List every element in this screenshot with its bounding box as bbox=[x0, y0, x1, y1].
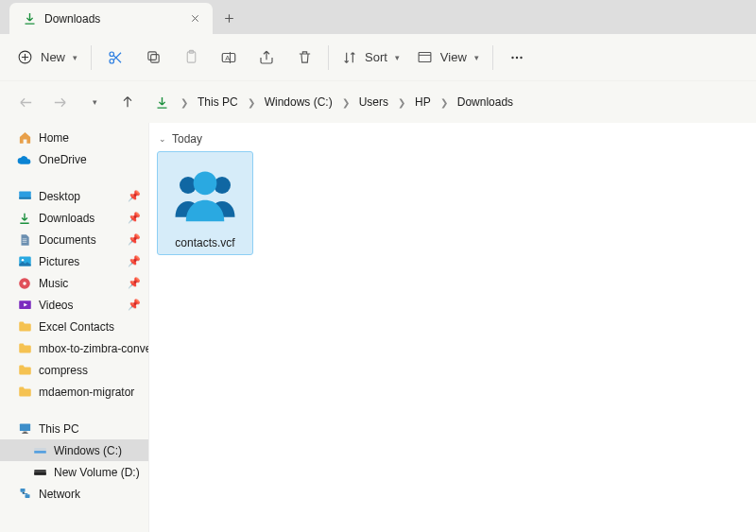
home-icon bbox=[17, 130, 32, 146]
svg-point-18 bbox=[23, 282, 26, 285]
sidebar-item-desktop[interactable]: Desktop 📌 bbox=[0, 185, 148, 207]
downloads-icon bbox=[17, 211, 32, 226]
svg-point-11 bbox=[516, 56, 518, 58]
sidebar-item-folder[interactable]: compress bbox=[0, 359, 148, 381]
rename-icon: A bbox=[220, 49, 237, 66]
svg-rect-27 bbox=[20, 489, 25, 492]
network-icon bbox=[17, 487, 32, 502]
share-button[interactable] bbox=[249, 42, 284, 74]
chevron-right-icon: ❯ bbox=[394, 97, 409, 108]
svg-rect-26 bbox=[34, 472, 46, 475]
svg-rect-21 bbox=[23, 432, 26, 433]
new-tab-button[interactable] bbox=[213, 3, 245, 34]
sidebar-item-drive-d[interactable]: New Volume (D:) bbox=[0, 461, 148, 483]
file-list[interactable]: ⌄ Today contacts.vcf bbox=[148, 123, 756, 532]
breadcrumb-item[interactable]: Users bbox=[357, 92, 390, 112]
new-button[interactable]: New ▾ bbox=[9, 42, 85, 74]
view-button[interactable]: View ▾ bbox=[409, 42, 487, 74]
drive-icon bbox=[32, 443, 47, 458]
chevron-down-icon: ⌄ bbox=[159, 134, 166, 144]
sidebar-item-thispc[interactable]: This PC bbox=[0, 418, 148, 439]
svg-rect-4 bbox=[147, 52, 156, 60]
paste-button[interactable] bbox=[173, 42, 209, 74]
chevron-down-icon: ▾ bbox=[474, 53, 479, 62]
sidebar-item-drive-c[interactable]: Windows (C:) bbox=[0, 439, 148, 461]
svg-point-10 bbox=[511, 56, 513, 58]
breadcrumb[interactable]: ❯ This PC ❯ Windows (C:) ❯ Users ❯ HP ❯ … bbox=[147, 87, 745, 117]
tab-downloads[interactable]: Downloads bbox=[9, 3, 213, 34]
back-button[interactable] bbox=[11, 88, 40, 116]
sidebar-item-folder[interactable]: Excel Contacts bbox=[0, 316, 148, 337]
folder-icon bbox=[17, 385, 32, 400]
group-header[interactable]: ⌄ Today bbox=[149, 132, 756, 151]
arrow-left-icon bbox=[18, 94, 34, 111]
svg-point-31 bbox=[194, 171, 217, 195]
sidebar-item-onedrive[interactable]: OneDrive bbox=[0, 148, 148, 170]
breadcrumb-item[interactable]: HP bbox=[413, 92, 433, 112]
arrow-right-icon bbox=[52, 94, 68, 111]
sidebar-item-network[interactable]: Network bbox=[0, 483, 148, 505]
chevron-down-icon: ▾ bbox=[73, 53, 77, 62]
arrow-up-icon bbox=[120, 94, 135, 110]
file-item[interactable]: contacts.vcf bbox=[157, 151, 253, 255]
music-icon bbox=[17, 276, 32, 291]
navigation-bar: ▾ ❯ This PC ❯ Windows (C:) ❯ Users ❯ HP … bbox=[0, 81, 756, 123]
folder-icon bbox=[17, 319, 32, 335]
breadcrumb-item[interactable]: This PC bbox=[196, 92, 240, 112]
sidebar-item-videos[interactable]: Videos 📌 bbox=[0, 294, 148, 316]
breadcrumb-item[interactable]: Downloads bbox=[455, 92, 515, 112]
pin-icon: 📌 bbox=[128, 255, 141, 267]
chevron-right-icon: ❯ bbox=[177, 97, 192, 108]
svg-rect-3 bbox=[150, 55, 159, 62]
more-button[interactable] bbox=[499, 42, 535, 74]
cut-button[interactable] bbox=[97, 42, 133, 74]
paste-icon bbox=[183, 49, 199, 65]
drive-icon bbox=[32, 465, 47, 480]
pc-icon bbox=[17, 421, 32, 437]
chevron-down-icon: ▾ bbox=[395, 53, 400, 62]
sidebar-item-pictures[interactable]: Pictures 📌 bbox=[0, 250, 148, 272]
folder-icon bbox=[17, 341, 32, 356]
trash-icon bbox=[297, 49, 313, 65]
tab-title: Downloads bbox=[44, 12, 184, 26]
pictures-icon bbox=[17, 254, 32, 269]
forward-button[interactable] bbox=[45, 88, 74, 116]
pin-icon: 📌 bbox=[128, 299, 141, 311]
sidebar-item-home[interactable]: Home bbox=[0, 127, 148, 148]
sidebar: Home OneDrive Desktop 📌 Downloads 📌 Docu… bbox=[0, 123, 148, 532]
sidebar-item-music[interactable]: Music 📌 bbox=[0, 272, 148, 294]
plus-circle-icon bbox=[17, 49, 33, 65]
svg-rect-24 bbox=[34, 451, 46, 454]
sort-button[interactable]: Sort ▾ bbox=[335, 42, 407, 74]
contacts-file-icon bbox=[168, 157, 242, 231]
folder-icon bbox=[17, 363, 32, 378]
sidebar-item-folder[interactable]: mbox-to-zimbra-converter bbox=[0, 337, 148, 359]
sidebar-item-downloads[interactable]: Downloads 📌 bbox=[0, 207, 148, 229]
file-name: contacts.vcf bbox=[175, 236, 234, 249]
downloads-icon bbox=[155, 95, 169, 110]
tab-bar: Downloads bbox=[0, 0, 756, 34]
svg-point-16 bbox=[21, 259, 24, 262]
close-tab-button[interactable] bbox=[184, 9, 205, 29]
recent-button[interactable]: ▾ bbox=[79, 88, 108, 116]
breadcrumb-item[interactable]: Windows (C:) bbox=[263, 92, 335, 112]
share-icon bbox=[258, 49, 275, 66]
copy-icon bbox=[146, 49, 162, 65]
delete-button[interactable] bbox=[286, 42, 322, 74]
chevron-right-icon: ❯ bbox=[338, 97, 353, 108]
chevron-down-icon: ▾ bbox=[93, 97, 97, 107]
sidebar-item-documents[interactable]: Documents 📌 bbox=[0, 229, 148, 250]
pin-icon: 📌 bbox=[128, 277, 141, 289]
svg-rect-14 bbox=[19, 197, 31, 199]
chevron-right-icon: ❯ bbox=[437, 97, 452, 108]
pin-icon: 📌 bbox=[128, 233, 141, 246]
rename-button[interactable]: A bbox=[211, 42, 247, 74]
up-button[interactable] bbox=[113, 88, 142, 116]
svg-point-12 bbox=[520, 56, 522, 58]
svg-rect-22 bbox=[22, 433, 27, 434]
sidebar-item-folder[interactable]: mdaemon-migrator bbox=[0, 381, 148, 403]
copy-button[interactable] bbox=[135, 42, 171, 74]
svg-text:A: A bbox=[225, 54, 230, 62]
toolbar: New ▾ A Sort ▾ View ▾ bbox=[0, 34, 756, 81]
svg-rect-28 bbox=[25, 494, 29, 498]
